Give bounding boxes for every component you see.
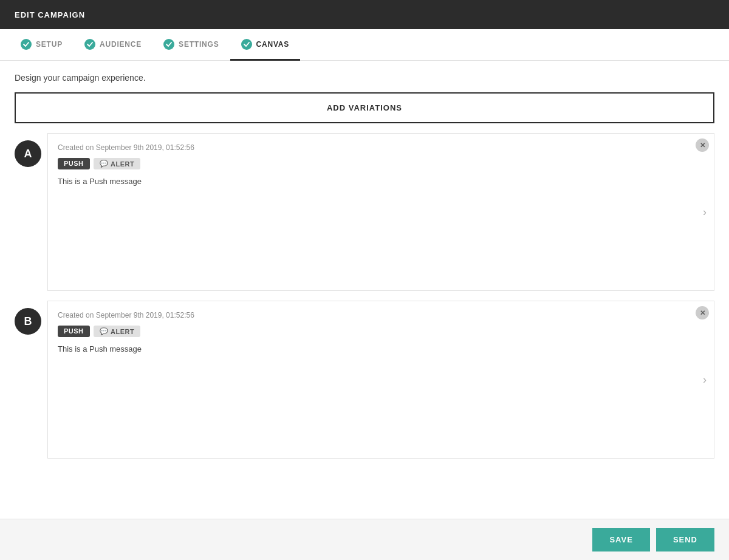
description: Design your campaign experience. [15,73,714,83]
tab-label-audience: AUDIENCE [100,40,142,49]
tab-audience[interactable]: AUDIENCE [74,30,152,61]
header-title: EDIT CAMPAIGN [15,10,85,19]
variation-date-a: Created on September 9th 2019, 01:52:56 [58,143,704,152]
tab-settings[interactable]: SETTINGS [152,30,230,61]
tab-label-settings: SETTINGS [179,40,219,49]
badge-alert-b: 💬 ALERT [94,326,141,337]
tab-setup[interactable]: SETUP [10,30,74,61]
tab-check-audience [84,39,95,50]
chevron-right-b: › [703,374,707,386]
close-button-a[interactable]: ✕ [696,138,709,152]
save-button[interactable]: SAVE [592,528,649,551]
send-button[interactable]: SEND [656,528,714,551]
tab-check-settings [163,39,174,50]
variation-message-a: This is a Push message [58,177,704,186]
tab-label-canvas: CANVAS [256,40,290,49]
chevron-right-a: › [703,206,707,219]
variation-date-b: Created on September 9th 2019, 01:52:56 [58,311,704,319]
tab-check-setup [21,39,32,50]
tab-check-canvas [241,39,252,50]
close-button-b[interactable]: ✕ [696,306,709,319]
variation-card-b[interactable]: ✕ Created on September 9th 2019, 01:52:5… [47,301,714,459]
header: EDIT CAMPAIGN [0,0,729,29]
variation-card-a[interactable]: ✕ Created on September 9th 2019, 01:52:5… [47,133,714,291]
variation-message-b: This is a Push message [58,344,704,353]
variation-letter-b: B [15,308,41,335]
alert-icon-a: 💬 [100,160,109,168]
footer: SAVE SEND [0,519,729,560]
add-variations-button[interactable]: ADD VARIATIONS [15,92,714,123]
badge-alert-a: 💬 ALERT [94,158,141,169]
variation-row-a: A ✕ Created on September 9th 2019, 01:52… [15,133,714,291]
variation-row-b: B ✕ Created on September 9th 2019, 01:52… [15,301,714,459]
tabs-bar: SETUP AUDIENCE SETTINGS CANVAS [0,29,729,61]
tab-canvas[interactable]: CANVAS [230,30,301,61]
badge-push-b: PUSH [58,326,90,337]
badges-a: PUSH 💬 ALERT [58,158,704,169]
alert-icon-b: 💬 [100,327,109,335]
badges-b: PUSH 💬 ALERT [58,326,704,337]
badge-push-a: PUSH [58,158,90,169]
tab-label-setup: SETUP [36,40,63,49]
variation-letter-a: A [15,140,41,167]
main-content: Design your campaign experience. ADD VAR… [0,61,729,519]
